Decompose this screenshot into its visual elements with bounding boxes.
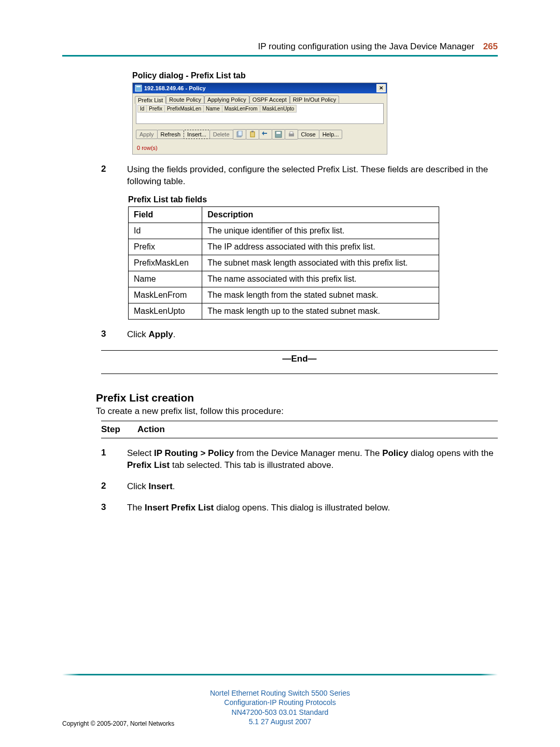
table-cell: PrefixMaskLen	[129, 255, 202, 271]
fields-table: Field Description IdThe unique identifie…	[128, 206, 439, 320]
emphasis: Prefix List	[127, 460, 170, 470]
paste-icon[interactable]	[246, 129, 259, 140]
procedure-step: 3The Insert Prefix List dialog opens. Th…	[101, 502, 498, 514]
page-number: 265	[483, 42, 498, 51]
table-row: PrefixThe IP address associated with thi…	[129, 239, 439, 255]
step-2: 2 Using the fields provided, configure t…	[101, 164, 498, 188]
step-number: 3	[101, 502, 111, 514]
table-cell: The IP address associated with this pref…	[202, 239, 439, 255]
th-field: Field	[129, 206, 202, 223]
row-count: 0 row(s)	[133, 143, 387, 154]
apply-button[interactable]: Apply	[136, 130, 158, 139]
procedure-step: 2Click Insert.	[101, 481, 498, 493]
table-cell: The mask length up to the stated subnet …	[202, 303, 439, 319]
undo-icon[interactable]	[259, 129, 272, 140]
dialog-toolbar: Apply Refresh Insert... Delete Close Hel…	[133, 127, 387, 143]
header-title: IP routing configuration using the Java …	[258, 42, 474, 51]
emphasis: Insert	[149, 481, 173, 491]
table-cell: The subnet mask length associated with t…	[202, 255, 439, 271]
table-cell: Name	[129, 271, 202, 287]
step-action-header: Step Action	[101, 424, 498, 435]
col-masklenfrom[interactable]: MaskLenFrom	[222, 105, 260, 113]
section-title: Prefix List creation	[96, 392, 498, 404]
step-number: 2	[101, 164, 111, 188]
footer-line: Nortel Ethernet Routing Switch 5500 Seri…	[0, 688, 560, 698]
rule	[101, 438, 498, 438]
svg-rect-4	[250, 132, 255, 137]
table-cell: Id	[129, 223, 202, 239]
table-caption: Prefix List tab fields	[128, 195, 498, 204]
tab-route-policy[interactable]: Route Policy	[166, 95, 204, 103]
step-text: The Insert Prefix List dialog opens. Thi…	[127, 502, 498, 514]
table-cell: The mask length from the stated subnet m…	[202, 287, 439, 303]
step-number: 2	[101, 481, 111, 493]
tab-applying-policy[interactable]: Applying Policy	[204, 95, 249, 103]
tab-ospf-accept[interactable]: OSPF Accept	[249, 95, 290, 103]
tab-prefix-list[interactable]: Prefix List	[135, 96, 166, 104]
col-name[interactable]: Name	[203, 105, 222, 113]
table-cell: Prefix	[129, 239, 202, 255]
refresh-button[interactable]: Refresh	[157, 130, 185, 139]
step-text: Click Apply.	[127, 329, 498, 341]
delete-button[interactable]: Delete	[209, 130, 233, 139]
col-id[interactable]: Id	[137, 105, 147, 113]
close-button[interactable]: Close	[298, 130, 319, 139]
save-icon[interactable]	[272, 129, 285, 140]
table-cell: The name associated with this prefix lis…	[202, 271, 439, 287]
svg-rect-1	[136, 86, 141, 87]
emphasis: IP Routing > Policy	[154, 448, 234, 458]
rule	[101, 374, 498, 374]
emphasis: Policy	[382, 448, 408, 458]
copyright: Copyright © 2005-2007, Nortel Networks	[62, 720, 174, 728]
section-lead: To create a new prefix list, follow this…	[96, 406, 498, 417]
dialog-tabs: Prefix List Route Policy Applying Policy…	[133, 93, 387, 103]
procedure-step: 1Select IP Routing > Policy from the Dev…	[101, 448, 498, 472]
step-text: Using the fields provided, configure the…	[127, 164, 498, 188]
footer-line: Configuration-IP Routing Protocols	[0, 698, 560, 707]
step-3: 3 Click Apply.	[101, 329, 498, 341]
grid-header-area: Id Prefix PrefixMaskLen Name MaskLenFrom…	[136, 103, 384, 124]
policy-dialog: 192.168.249.46 - Policy ✕ Prefix List Ro…	[132, 82, 387, 155]
col-masklenupto[interactable]: MaskLenUpto	[260, 105, 297, 113]
emphasis: Insert Prefix List	[145, 503, 214, 513]
app-icon	[135, 85, 142, 92]
table-cell: MaskLenUpto	[129, 303, 202, 319]
rule	[101, 350, 498, 351]
col-prefix[interactable]: Prefix	[146, 105, 165, 113]
figure-caption: Policy dialog - Prefix List tab	[132, 71, 498, 80]
svg-rect-7	[276, 132, 281, 134]
close-icon[interactable]: ✕	[376, 84, 386, 92]
svg-rect-3	[238, 131, 242, 136]
table-row: NameThe name associated with this prefix…	[129, 271, 439, 287]
svg-rect-0	[135, 85, 142, 91]
print-icon[interactable]	[285, 129, 298, 140]
step-text: Click Insert.	[127, 481, 498, 493]
tab-rip-inout[interactable]: RIP In/Out Policy	[290, 95, 340, 103]
step-text: Select IP Routing > Policy from the Devi…	[127, 448, 498, 472]
svg-rect-5	[251, 131, 254, 132]
rule	[101, 421, 498, 421]
table-cell: The unique identifier of this prefix lis…	[202, 223, 439, 239]
dialog-title: 192.168.249.46 - Policy	[144, 85, 206, 91]
footer-rule	[62, 674, 498, 675]
th-description: Description	[202, 206, 439, 223]
table-row: IdThe unique identifier of this prefix l…	[129, 223, 439, 239]
table-row: MaskLenFromThe mask length from the stat…	[129, 287, 439, 303]
svg-rect-9	[290, 132, 293, 134]
table-row: MaskLenUptoThe mask length up to the sta…	[129, 303, 439, 319]
header-rule	[62, 55, 498, 57]
dialog-titlebar: 192.168.249.46 - Policy ✕	[133, 83, 387, 93]
step-number: 3	[101, 329, 111, 341]
end-label: —End—	[101, 354, 498, 364]
step-number: 1	[101, 448, 111, 472]
copy-icon[interactable]	[233, 129, 246, 140]
table-row: PrefixMaskLenThe subnet mask length asso…	[129, 255, 439, 271]
insert-button[interactable]: Insert...	[184, 130, 210, 139]
running-header: IP routing configuration using the Java …	[62, 42, 498, 52]
footer-line: NN47200-503 03.01 Standard	[0, 708, 560, 717]
footer: Nortel Ethernet Routing Switch 5500 Seri…	[0, 688, 560, 726]
table-cell: MaskLenFrom	[129, 287, 202, 303]
col-prefixmasklen[interactable]: PrefixMaskLen	[164, 105, 204, 113]
help-button[interactable]: Help...	[319, 130, 343, 139]
